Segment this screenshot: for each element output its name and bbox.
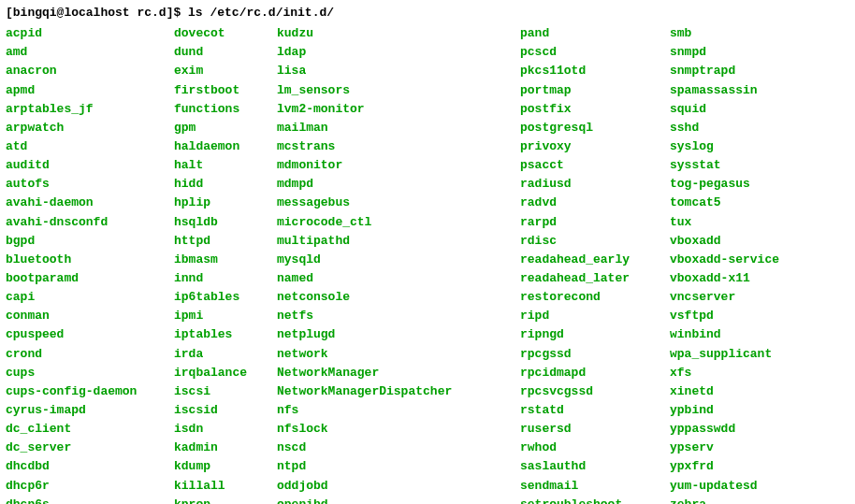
file-entry: messagebus <box>277 194 520 212</box>
file-entry: iscsid <box>174 401 277 420</box>
file-entry: smb <box>670 24 779 43</box>
file-entry: NetworkManager <box>277 364 520 382</box>
file-entry: radvd <box>520 194 670 212</box>
file-entry: readahead_early <box>520 251 670 269</box>
file-entry: cups <box>6 364 174 382</box>
file-entry: httpd <box>174 232 277 251</box>
file-entry: hplip <box>174 194 277 212</box>
file-entry: iscsi <box>174 382 277 401</box>
file-entry: mysqld <box>277 251 520 269</box>
file-entry: dc_server <box>6 439 174 457</box>
file-entry: radiusd <box>520 175 670 194</box>
file-entry: restorecond <box>520 288 670 307</box>
file-entry: dovecot <box>174 24 277 43</box>
file-entry: snmptrapd <box>670 62 779 80</box>
file-entry: psacct <box>520 156 670 175</box>
file-entry: ipmi <box>174 307 277 325</box>
file-entry: bluetooth <box>6 251 174 269</box>
file-entry: dhcp6r <box>6 477 174 496</box>
file-entry: dhcdbd <box>6 457 174 476</box>
file-entry: apmd <box>6 81 174 100</box>
file-entry: ripngd <box>520 325 670 344</box>
shell-prompt: [bingqi@localhost rc.d]$ ls /etc/rc.d/in… <box>6 4 849 22</box>
file-entry: setroubleshoot <box>520 496 670 504</box>
file-entry: capi <box>6 288 174 307</box>
file-entry: mcstrans <box>277 137 520 156</box>
file-entry: irda <box>174 345 277 364</box>
file-entry: kprop <box>174 496 277 504</box>
file-entry: dc_client <box>6 420 174 439</box>
file-entry: NetworkManagerDispatcher <box>277 382 520 401</box>
file-entry: tomcat5 <box>670 194 779 212</box>
file-entry: zebra <box>670 496 779 504</box>
file-entry: kudzu <box>277 24 520 43</box>
file-entry: nscd <box>277 439 520 457</box>
file-entry: functions <box>174 100 277 119</box>
file-entry: mailman <box>277 119 520 137</box>
file-entry: nfs <box>277 401 520 420</box>
file-entry: cups-config-daemon <box>6 382 174 401</box>
file-entry: spamassassin <box>670 81 779 100</box>
file-entry: ypserv <box>670 439 779 457</box>
file-entry: autofs <box>6 175 174 194</box>
file-entry: lvm2-monitor <box>277 100 520 119</box>
file-entry: netconsole <box>277 288 520 307</box>
file-entry: vboxadd-x11 <box>670 269 779 288</box>
listing-column-0: acpidamdanacronapmdarptables_jfarpwatcha… <box>6 24 174 504</box>
listing-column-1: dovecotdundeximfirstbootfunctionsgpmhald… <box>174 24 277 504</box>
file-entry: ypxfrd <box>670 457 779 476</box>
file-entry: tog-pegasus <box>670 175 779 194</box>
file-entry: ibmasm <box>174 251 277 269</box>
file-entry: portmap <box>520 81 670 100</box>
file-entry: rarpd <box>520 213 670 232</box>
file-entry: amd <box>6 43 174 62</box>
file-entry: kdump <box>174 457 277 476</box>
file-entry: rpcsvcgssd <box>520 382 670 401</box>
file-entry: netfs <box>277 307 520 325</box>
file-entry: ypbind <box>670 401 779 420</box>
file-entry: dhcp6s <box>6 496 174 504</box>
file-entry: ripd <box>520 307 670 325</box>
file-entry: rpcidmapd <box>520 364 670 382</box>
file-entry: irqbalance <box>174 364 277 382</box>
file-entry: winbind <box>670 325 779 344</box>
file-entry: lisa <box>277 62 520 80</box>
file-entry: privoxy <box>520 137 670 156</box>
file-entry: wpa_supplicant <box>670 345 779 364</box>
file-entry: isdn <box>174 420 277 439</box>
file-entry: pand <box>520 24 670 43</box>
file-entry: pcscd <box>520 43 670 62</box>
file-entry: saslauthd <box>520 457 670 476</box>
file-entry: lm_sensors <box>277 81 520 100</box>
file-entry: tux <box>670 213 779 232</box>
file-entry: nfslock <box>277 420 520 439</box>
file-entry: crond <box>6 345 174 364</box>
file-entry: bgpd <box>6 232 174 251</box>
file-entry: mdmpd <box>277 175 520 194</box>
file-entry: readahead_later <box>520 269 670 288</box>
file-entry: iptables <box>174 325 277 344</box>
file-entry: vboxadd <box>670 232 779 251</box>
file-entry: network <box>277 345 520 364</box>
file-entry: postfix <box>520 100 670 119</box>
file-entry: sshd <box>670 119 779 137</box>
file-entry: exim <box>174 62 277 80</box>
file-entry: oddjobd <box>277 477 520 496</box>
file-entry: pkcs11otd <box>520 62 670 80</box>
file-entry: xinetd <box>670 382 779 401</box>
file-entry: arpwatch <box>6 119 174 137</box>
file-entry: rstatd <box>520 401 670 420</box>
file-entry: sysstat <box>670 156 779 175</box>
file-entry: avahi-daemon <box>6 194 174 212</box>
file-entry: snmpd <box>670 43 779 62</box>
file-entry: postgresql <box>520 119 670 137</box>
file-entry: xfs <box>670 364 779 382</box>
file-entry: squid <box>670 100 779 119</box>
file-entry: netplugd <box>277 325 520 344</box>
file-entry: kadmin <box>174 439 277 457</box>
file-entry: bootparamd <box>6 269 174 288</box>
file-entry: multipathd <box>277 232 520 251</box>
file-entry: rwhod <box>520 439 670 457</box>
file-entry: hsqldb <box>174 213 277 232</box>
file-entry: vsftpd <box>670 307 779 325</box>
